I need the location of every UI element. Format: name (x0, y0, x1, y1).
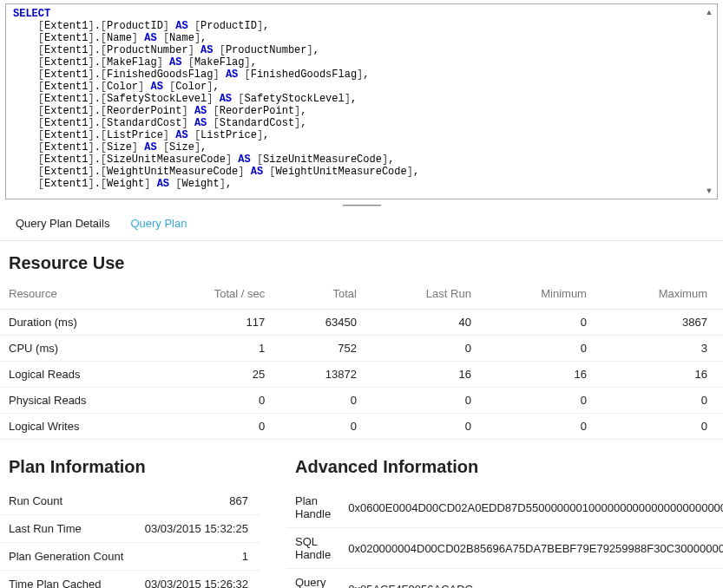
resource-total: 63450 (280, 310, 372, 336)
resource-max: 16 (602, 362, 723, 388)
table-row: Plan Handle0x0600E0004D00CD02A0EDD87D550… (286, 487, 723, 528)
col-resource: Resource (0, 282, 157, 310)
plan-value: 03/03/2015 15:26:32 (135, 571, 260, 589)
adv-value: 0x05ACF4F9056ACADC (339, 569, 723, 589)
table-row: Logical Writes00000 (0, 414, 723, 440)
col-last-run: Last Run (372, 282, 487, 310)
col-minimum: Minimum (487, 282, 602, 310)
resource-total: 13872 (280, 362, 372, 388)
resource-max: 0 (602, 414, 723, 440)
resource-max: 0 (602, 388, 723, 414)
table-row: Query Hash0x05ACF4F9056ACADC (286, 569, 723, 589)
resource-last-run: 40 (372, 310, 487, 336)
resource-last-run: 16 (372, 362, 487, 388)
resource-last-run: 0 (372, 336, 487, 362)
resource-total-sec: 0 (157, 414, 281, 440)
resource-min: 0 (487, 310, 602, 336)
table-row: Duration (ms)117634504003867 (0, 310, 723, 336)
resource-last-run: 0 (372, 414, 487, 440)
resource-total: 752 (280, 336, 372, 362)
resource-total-sec: 117 (157, 310, 281, 336)
resource-label: Logical Writes (0, 414, 157, 440)
resource-total-sec: 25 (157, 362, 281, 388)
table-row: Last Run Time03/03/2015 15:32:25 (0, 515, 260, 543)
tab-query-plan-details[interactable]: Query Plan Details (14, 213, 111, 237)
resource-label: Physical Reads (0, 388, 157, 414)
adv-info-table: Plan Handle0x0600E0004D00CD02A0EDD87D550… (286, 487, 723, 588)
resource-total: 0 (280, 388, 372, 414)
resource-max: 3 (602, 336, 723, 362)
resource-min: 0 (487, 336, 602, 362)
adv-label: Plan Handle (286, 487, 339, 528)
table-row: Run Count867 (0, 487, 260, 515)
plan-label: Run Count (0, 487, 135, 515)
table-row: Physical Reads00000 (0, 388, 723, 414)
tab-query-plan[interactable]: Query Plan (128, 213, 188, 237)
resource-total-sec: 1 (157, 336, 281, 362)
resource-total-sec: 0 (157, 388, 281, 414)
plan-label: Plan Generation Count (0, 543, 135, 571)
resource-min: 16 (487, 362, 602, 388)
resource-min: 0 (487, 388, 602, 414)
resource-use-title: Resource Use (0, 241, 723, 282)
resource-label: Logical Reads (0, 362, 157, 388)
col-total: Total (280, 282, 372, 310)
table-row: Time Plan Cached03/03/2015 15:26:32 (0, 571, 260, 589)
col-total-sec: Total / sec (157, 282, 281, 310)
adv-info-title: Advanced Information (286, 440, 723, 487)
plan-value: 03/03/2015 15:32:25 (135, 515, 260, 543)
plan-info-table: Run Count867Last Run Time03/03/2015 15:3… (0, 487, 260, 588)
resource-label: Duration (ms) (0, 310, 157, 336)
plan-label: Time Plan Cached (0, 571, 135, 589)
table-row: SQL Handle0x020000004D00CD02B85696A75DA7… (286, 528, 723, 569)
col-maximum: Maximum (602, 282, 723, 310)
adv-value: 0x0600E0004D00CD02A0EDD87D55000000010000… (339, 487, 723, 528)
plan-info-title: Plan Information (0, 440, 260, 487)
resource-last-run: 0 (372, 388, 487, 414)
resource-use-table: Resource Total / sec Total Last Run Mini… (0, 282, 723, 440)
scroll-up[interactable]: ▲ (703, 6, 715, 18)
resource-total: 0 (280, 414, 372, 440)
scroll-down[interactable]: ▼ (703, 185, 715, 197)
adv-label: SQL Handle (286, 528, 339, 569)
sql-code: SELECT [Extent1].[ProductID] AS [Product… (13, 8, 710, 190)
adv-value: 0x020000004D00CD02B85696A75DA7BEBF79E792… (339, 528, 723, 569)
plan-value: 1 (135, 543, 260, 571)
resource-min: 0 (487, 414, 602, 440)
plan-label: Last Run Time (0, 515, 135, 543)
resource-max: 3867 (602, 310, 723, 336)
adv-label: Query Hash (286, 569, 339, 589)
tab-strip: Query Plan Details Query Plan (0, 208, 723, 241)
table-row: Plan Generation Count1 (0, 543, 260, 571)
resource-label: CPU (ms) (0, 336, 157, 362)
table-row: CPU (ms)1752003 (0, 336, 723, 362)
table-row: Logical Reads2513872161616 (0, 362, 723, 388)
sql-code-panel: SELECT [Extent1].[ProductID] AS [Product… (5, 3, 718, 199)
plan-value: 867 (135, 487, 260, 515)
